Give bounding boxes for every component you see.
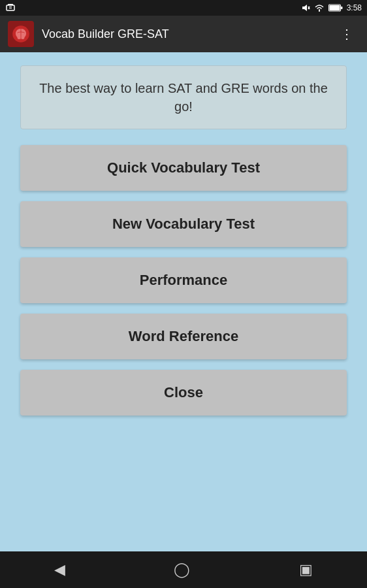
wifi-icon xyxy=(314,3,325,12)
buttons-container: Quick Vocabulary Test New Vocabulary Tes… xyxy=(20,145,347,416)
status-bar-left xyxy=(5,3,16,13)
back-button[interactable]: ◀ xyxy=(39,556,81,583)
recents-button[interactable]: ▣ xyxy=(283,556,328,583)
battery-icon xyxy=(328,4,343,12)
app-icon xyxy=(8,21,34,47)
nav-bar: ◀ ◯ ▣ xyxy=(0,551,367,588)
tagline-box: The best way to learn SAT and GRE words … xyxy=(20,65,347,129)
app-toolbar: Vocab Builder GRE-SAT ⋮ xyxy=(0,16,367,52)
status-bar: 3:58 xyxy=(0,0,367,16)
new-vocabulary-test-button[interactable]: New Vocabulary Test xyxy=(20,201,347,247)
svg-rect-2 xyxy=(9,7,12,7)
close-button[interactable]: Close xyxy=(20,370,347,416)
home-button[interactable]: ◯ xyxy=(158,556,206,583)
tagline-text: The best way to learn SAT and GRE words … xyxy=(39,81,328,114)
word-reference-button[interactable]: Word Reference xyxy=(20,314,347,359)
quick-vocabulary-test-button[interactable]: Quick Vocabulary Test xyxy=(20,145,347,191)
mute-icon xyxy=(301,3,310,12)
brain-icon xyxy=(10,24,31,44)
status-bar-right: 3:58 xyxy=(301,3,362,12)
notification-icon xyxy=(5,3,16,13)
toolbar-menu-button[interactable]: ⋮ xyxy=(335,24,359,44)
svg-rect-8 xyxy=(341,7,343,9)
time-display: 3:58 xyxy=(347,3,362,12)
svg-rect-3 xyxy=(9,8,12,8)
main-content: The best way to learn SAT and GRE words … xyxy=(0,52,367,551)
svg-marker-4 xyxy=(302,5,307,11)
performance-button[interactable]: Performance xyxy=(20,257,347,303)
svg-rect-9 xyxy=(329,5,340,10)
svg-rect-1 xyxy=(8,4,13,5)
toolbar-title: Vocab Builder GRE-SAT xyxy=(42,27,335,41)
